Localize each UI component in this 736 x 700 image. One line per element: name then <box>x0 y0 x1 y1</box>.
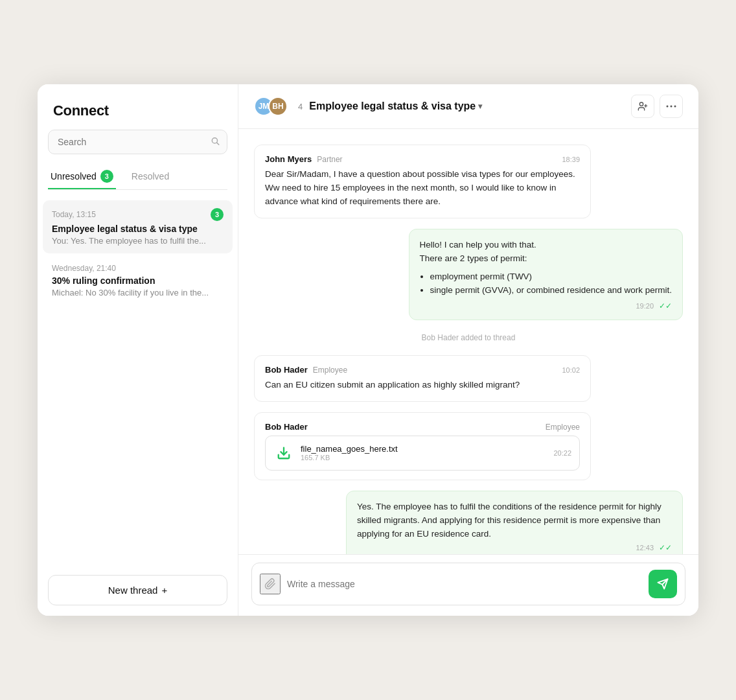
thread-time: Wednesday, 21:40 <box>52 264 116 273</box>
download-icon <box>273 443 294 463</box>
file-name: file_namea_goes_here.txt <box>301 444 398 454</box>
new-thread-button[interactable]: New thread + <box>48 575 227 605</box>
message-time-row: 19:20 ✓✓ <box>420 301 672 310</box>
message-header: John Myers Partner 18:39 <box>265 154 580 164</box>
app-title: Connect <box>53 102 109 119</box>
message-header: Bob Hader Employee 10:02 <box>265 365 580 375</box>
list-item: employment permit (TWV) <box>430 270 672 284</box>
avatar-group: JM BH <box>254 97 282 116</box>
message-bubble: Bob Hader Employee file_namea_goes_here.… <box>254 412 591 480</box>
thread-name: 30% ruling confirmation <box>52 275 224 286</box>
message-time: 12:43 <box>636 544 654 552</box>
system-message: Bob Hader added to thread <box>254 331 683 345</box>
more-options-button[interactable] <box>660 95 683 118</box>
chevron-down-icon: ▾ <box>478 102 482 111</box>
chat-input-area <box>238 554 698 616</box>
attach-button[interactable] <box>260 574 281 594</box>
message-time: 18:39 <box>562 156 580 163</box>
message-text: Yes. The employee has to fulfil the cond… <box>357 500 672 541</box>
svg-point-2 <box>639 102 643 106</box>
message-role: Partner <box>317 155 342 164</box>
message-text: Hello! I can help you with that.There ar… <box>420 239 672 298</box>
app-container: Connect Unresolved 3 Resolved To <box>38 84 698 616</box>
message-time-row: 12:43 ✓✓ <box>357 543 672 552</box>
send-button[interactable] <box>649 570 677 598</box>
double-tick-icon: ✓✓ <box>659 543 672 552</box>
message-time: 20:22 <box>553 449 571 457</box>
message-sender: Bob Hader <box>265 422 308 432</box>
tabs: Unresolved 3 Resolved <box>48 165 227 190</box>
chat-header-left: JM BH 4 Employee legal status & visa typ… <box>254 97 482 116</box>
message-bubble: John Myers Partner 18:39 Dear Sir/Madam,… <box>254 145 591 218</box>
chat-main: JM BH 4 Employee legal status & visa typ… <box>238 84 698 616</box>
sidebar-footer: New thread + <box>38 565 238 616</box>
svg-point-7 <box>674 106 676 108</box>
message-sender: Bob Hader <box>265 365 308 375</box>
messages-area: John Myers Partner 18:39 Dear Sir/Madam,… <box>238 129 698 554</box>
thread-meta: Today, 13:15 3 <box>52 208 224 221</box>
tab-unresolved[interactable]: Unresolved 3 <box>48 165 116 189</box>
message-text: Can an EU citizen submit an application … <box>265 379 580 392</box>
thread-meta: Wednesday, 21:40 <box>52 264 224 273</box>
list-item: single permit (GVVA), or combined reside… <box>430 283 672 298</box>
message-input-box <box>251 563 685 605</box>
message-role: Employee <box>546 423 580 432</box>
thread-preview: Michael: No 30% facility if you live in … <box>52 288 224 298</box>
chat-header: JM BH 4 Employee legal status & visa typ… <box>238 84 698 129</box>
message-bubble: Bob Hader Employee 10:02 Can an EU citiz… <box>254 355 591 402</box>
message-text: Dear Sir/Madam, I have a question about … <box>265 168 580 209</box>
file-size: 165.7 KB <box>301 454 398 461</box>
thread-time: Today, 13:15 <box>52 210 96 219</box>
new-thread-label: New thread <box>108 585 158 596</box>
message-sender: John Myers <box>265 154 312 164</box>
double-tick-icon: ✓✓ <box>659 301 672 310</box>
add-participant-button[interactable] <box>631 95 654 118</box>
tab-resolved[interactable]: Resolved <box>129 165 172 189</box>
sidebar: Connect Unresolved 3 Resolved To <box>38 84 238 616</box>
message-bubble: Yes. The employee has to fulfil the cond… <box>346 491 683 554</box>
thread-list: Today, 13:15 3 Employee legal status & v… <box>38 198 238 565</box>
search-icon <box>211 137 220 148</box>
thread-item[interactable]: Today, 13:15 3 Employee legal status & v… <box>43 200 233 253</box>
message-header: Bob Hader Employee <box>265 422 580 432</box>
participant-count: 4 <box>298 102 303 111</box>
thread-name: Employee legal status & visa type <box>52 224 224 234</box>
sidebar-header: Connect <box>38 84 238 130</box>
chat-header-right <box>631 95 683 118</box>
file-attachment: file_namea_goes_here.txt 165.7 KB 20:22 <box>265 436 580 471</box>
message-time: 19:20 <box>636 302 654 310</box>
message-role: Employee <box>313 366 347 375</box>
search-bar <box>48 130 227 154</box>
message-list: employment permit (TWV) single permit (G… <box>430 270 672 298</box>
search-input[interactable] <box>48 130 227 154</box>
chat-title[interactable]: Employee legal status & visa type ▾ <box>309 100 482 112</box>
file-info: file_namea_goes_here.txt 165.7 KB <box>301 444 398 461</box>
svg-point-5 <box>667 106 669 108</box>
unresolved-badge: 3 <box>100 170 113 183</box>
message-bubble: Hello! I can help you with that.There ar… <box>409 229 683 320</box>
thread-item[interactable]: Wednesday, 21:40 30% ruling confirmation… <box>43 256 233 305</box>
message-input[interactable] <box>287 579 642 589</box>
avatar: BH <box>268 97 288 116</box>
svg-point-6 <box>671 106 673 108</box>
plus-icon: + <box>161 585 167 596</box>
svg-line-1 <box>217 143 219 145</box>
thread-badge: 3 <box>211 208 224 221</box>
thread-preview: You: Yes. The employee has to fulfil the… <box>52 236 224 246</box>
message-time: 10:02 <box>562 366 580 374</box>
